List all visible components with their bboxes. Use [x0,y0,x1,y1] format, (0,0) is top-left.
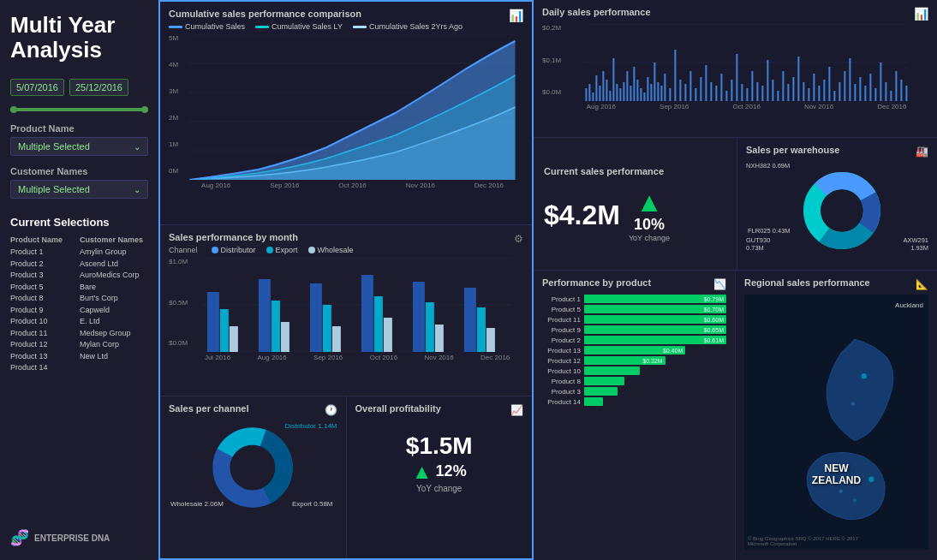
svg-rect-16 [323,305,331,352]
profitability-value: $1.5M [406,432,473,460]
date-start[interactable]: 5/07/2016 [10,79,64,96]
product-bar-fill: $0.40M [584,346,685,354]
date-end[interactable]: 25/12/2016 [69,79,128,96]
footer-text: ENTERPRISE DNA [34,533,110,543]
product-selection-item: Product 9 [10,305,79,317]
legend-dot [308,247,315,253]
sidebar: Multi Year Analysis 5/07/2016 25/12/2016… [0,0,158,560]
nz-map-svg [744,295,928,550]
svg-rect-66 [711,82,713,101]
product-bar-fill [584,397,603,406]
product-bar-fill [584,387,618,396]
product-filter-dropdown[interactable]: Multiple Selected ⌄ [10,137,148,156]
svg-point-109 [825,194,859,228]
legend-item: Export [266,246,298,254]
sales-channel-card: Sales per channel 🕐 Distributor 1.14M [160,396,346,558]
svg-rect-60 [680,80,682,101]
svg-rect-95 [860,77,862,101]
product-performance-title: Performance by product [542,277,651,288]
monthly-chart-title: Sales performance by month [169,232,298,242]
svg-rect-88 [824,80,826,101]
product-bars: Product 1 $0.79M Product 5 $0.70M Produc… [542,295,726,406]
product-bar-label: Product 13 [542,347,581,354]
customer-selection-item: AuroMedics Corp [80,270,148,282]
products-list: Product 1Product 2Product 3Product 5Prod… [10,247,79,374]
svg-rect-72 [742,84,743,101]
svg-point-112 [868,476,874,481]
customer-selection-item: Burt's Corp [80,293,148,305]
slider-thumb-right[interactable] [141,106,148,113]
svg-point-30 [233,448,272,487]
product-bar-fill: $0.70M [584,305,726,313]
auckland-label: Auckland [895,301,923,309]
product-selection-item: Product 10 [10,316,79,328]
sidebar-footer: 🧬 ENTERPRISE DNA [10,528,148,547]
date-slider[interactable] [10,108,148,111]
svg-rect-65 [706,65,707,101]
svg-rect-44 [620,88,622,101]
chevron-down-icon: ⌄ [134,142,140,152]
svg-rect-86 [814,74,815,101]
product-bar-fill: $0.61M [584,336,726,344]
dashboard-icon: 📈 [510,404,523,416]
svg-rect-85 [809,88,810,101]
svg-rect-19 [374,296,383,352]
monthly-chart-card: Sales performance by month ⚙ ChannelDist… [160,224,532,396]
svg-rect-68 [721,74,723,101]
svg-rect-9 [207,292,219,352]
current-sales-yoy-value: 10% [634,216,665,234]
nz-overlay-text: NEWZEALAND [812,462,861,486]
product-selection-item: Product 14 [10,362,79,374]
svg-rect-98 [875,88,877,101]
trend-line-icon: 📉 [713,278,726,290]
svg-rect-64 [701,77,702,101]
customer-filter-dropdown[interactable]: Multiple Selected ⌄ [10,180,148,199]
svg-rect-20 [384,318,392,352]
svg-rect-79 [778,91,779,101]
product-bar-fill [584,377,624,385]
svg-rect-61 [685,84,687,101]
customer-selection-item: Ascend Ltd [80,259,148,271]
y-axis-0m: 0M [169,167,178,175]
svg-rect-102 [896,71,898,101]
y-axis-3m: 3M [169,87,178,95]
slider-fill [10,108,148,111]
svg-rect-56 [661,86,663,101]
svg-rect-99 [880,63,882,101]
svg-rect-13 [272,301,280,352]
clock-icon: 🕐 [325,404,337,416]
product-bar-row: Product 1 $0.79M [542,295,726,303]
current-sales-yoy-label: YoY change [629,234,670,242]
svg-rect-38 [600,86,601,101]
product-bar-label: Product 12 [542,357,581,365]
daily-sales-card: Daily sales performance 📊 $0.2M $0.1M $0… [534,0,937,137]
svg-rect-78 [773,80,774,101]
legend-item: Wholesale [308,246,354,254]
svg-rect-12 [259,279,271,352]
slider-thumb-left[interactable] [10,106,17,113]
link-icon: ⚙ [514,233,523,245]
warehouse-axw: AXW2911.93M [903,236,928,252]
svg-rect-83 [798,57,800,101]
product-bar-row: Product 3 [542,387,726,396]
svg-rect-35 [589,84,591,101]
svg-rect-92 [844,71,846,101]
profitability-card: Overall profitability 📈 $1.5M ▲ 12% YoY … [346,396,533,558]
svg-rect-58 [670,88,671,101]
svg-rect-36 [593,92,594,101]
monthly-chart-svg [191,258,523,352]
svg-rect-74 [752,71,754,101]
svg-rect-104 [906,86,908,101]
daily-sales-title: Daily sales performance [542,7,651,17]
y-axis-4m: 4M [169,61,178,69]
product-bar-label: Product 14 [542,398,581,406]
svg-rect-34 [586,88,588,101]
regional-card: Regional sales performance 📐 [735,271,937,560]
svg-rect-67 [716,86,718,101]
product-bar-label: Product 8 [542,378,581,385]
svg-rect-41 [610,91,612,101]
svg-rect-101 [891,91,892,101]
svg-rect-10 [220,309,229,352]
svg-point-114 [853,498,856,502]
right-bottom-row: Performance by product 📉 Product 1 $0.79… [534,270,937,560]
